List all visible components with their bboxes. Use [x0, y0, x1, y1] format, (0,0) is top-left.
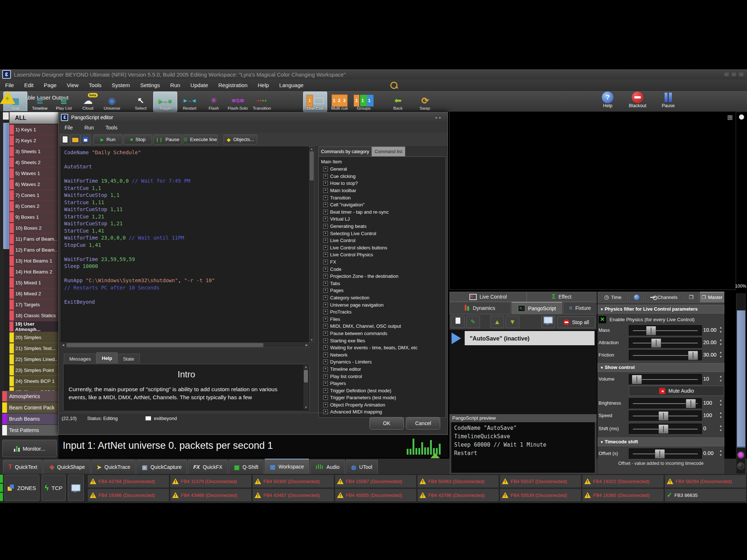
- fb4-device-cell[interactable]: ✓ FB4 19365 (Disconnected): [582, 489, 664, 502]
- quick-tab[interactable]: Q-Shift: [229, 460, 264, 474]
- tree-item[interactable]: + MIDI, DMX, Channel, OSC output: [321, 323, 446, 330]
- tree-item[interactable]: + Category selection: [321, 294, 446, 302]
- menu-item[interactable]: Page: [39, 82, 62, 88]
- tree-item[interactable]: + Starting exe files: [321, 337, 446, 344]
- tree-item[interactable]: + Virtual LJ: [321, 215, 446, 223]
- fb4-device-cell[interactable]: ✓ FB4 55539 (Disconnected): [500, 489, 581, 502]
- code-line[interactable]: WaitforCueStop 1,21: [64, 220, 309, 228]
- expand-icon[interactable]: +: [323, 195, 328, 200]
- tree-item[interactable]: + Timeline editor: [321, 366, 446, 373]
- tab-command-list[interactable]: Command list: [372, 147, 405, 156]
- page-item[interactable]: 3) Sheets 1: [9, 146, 58, 157]
- page-item[interactable]: 1) Keys 1: [9, 124, 58, 135]
- expand-icon[interactable]: +: [323, 359, 328, 364]
- expand-icon[interactable]: +: [323, 345, 328, 350]
- fb4-device-cell[interactable]: ✓ FB4 56294 (Disconnected): [665, 475, 746, 488]
- expand-icon[interactable]: +: [323, 353, 328, 357]
- menu-item[interactable]: Tools: [84, 82, 107, 88]
- expand-icon[interactable]: +: [323, 338, 328, 343]
- friction-slider-thumb[interactable]: [688, 351, 698, 360]
- stop-button[interactable]: ■Stop: [124, 135, 152, 144]
- tree-item[interactable]: + Live Control: [321, 237, 446, 244]
- tree-item[interactable]: + Cue clicking: [321, 173, 446, 180]
- attraction-slider-thumb[interactable]: [651, 338, 661, 348]
- tree-item[interactable]: + Trigger Parameters (test mode): [321, 394, 446, 401]
- code-line[interactable]: StartCue 1,21: [64, 213, 309, 221]
- tab-effect[interactable]: Σ Effect: [527, 292, 597, 302]
- expand-icon[interactable]: +: [323, 252, 328, 257]
- mass-slider[interactable]: [629, 325, 702, 336]
- page-item[interactable]: 6) Waves 2: [9, 179, 58, 190]
- page-item[interactable]: 15) Mixed 1: [9, 277, 58, 288]
- page-item[interactable]: 22) Simples Lined..: [9, 354, 58, 365]
- fb4-device-cell[interactable]: ✓ FB4 50300 (Disconnected): [252, 475, 334, 488]
- quick-tab[interactable]: QuickCapture: [136, 460, 187, 474]
- expand-icon[interactable]: +: [323, 174, 328, 179]
- expand-icon[interactable]: +: [323, 367, 328, 372]
- run-button[interactable]: ▶Run: [93, 135, 123, 144]
- offset-slider-thumb[interactable]: [655, 449, 665, 459]
- tree-item[interactable]: + Players: [321, 380, 446, 387]
- menu-item[interactable]: Registration: [213, 82, 252, 88]
- editor-bottom-tab[interactable]: State: [117, 354, 139, 363]
- page-item[interactable]: 16) Mixed 2: [9, 288, 58, 299]
- page-item[interactable]: 17) Targets: [9, 299, 58, 310]
- search-icon[interactable]: [390, 82, 398, 89]
- stop-all-button[interactable]: Stop all: [557, 316, 595, 328]
- fb4-device-cell[interactable]: ✓ FB4 43457 (Disconnected): [252, 489, 334, 502]
- command-tree[interactable]: Main Item + General + Cue clicking: [318, 156, 446, 418]
- dark-indicator[interactable]: [737, 462, 744, 470]
- tree-item[interactable]: + Projection Zone - the destination: [321, 273, 446, 280]
- code-line[interactable]: [64, 171, 309, 178]
- tree-item[interactable]: + Files: [321, 315, 446, 323]
- page-item[interactable]: 8) Cones 2: [9, 201, 58, 212]
- fb4-device-cell[interactable]: ✓ FB4 15567 (Disconnected): [335, 475, 417, 488]
- expand-icon[interactable]: +: [323, 167, 328, 171]
- page-item[interactable]: 21) Simples Text...: [9, 343, 58, 354]
- quick-tab[interactable]: Audio: [310, 460, 345, 474]
- toolbar-button[interactable]: Timeline: [28, 92, 51, 111]
- save-script-button[interactable]: [81, 135, 90, 145]
- expand-icon[interactable]: +: [323, 388, 328, 393]
- offset-slider[interactable]: [629, 448, 702, 459]
- tab-pangoscript[interactable]: >_ PangoScript: [511, 302, 562, 314]
- fb4-device-cell[interactable]: ✓ FB4 45555 (Disconnected): [335, 489, 417, 502]
- mass-slider-thumb[interactable]: [646, 326, 656, 335]
- cancel-button[interactable]: Cancel: [406, 417, 440, 429]
- help-button[interactable]: ? Help: [595, 92, 621, 108]
- fb4-device-cell[interactable]: ✓ FB4 55537 (Disconnected): [500, 475, 581, 488]
- expand-icon[interactable]: +: [323, 395, 328, 400]
- right-edge-scroll-thumb[interactable]: [737, 310, 746, 448]
- blackout-button[interactable]: Blackout: [624, 92, 651, 108]
- page-item[interactable]: 14) Hot Beams 2: [9, 267, 58, 277]
- tree-item[interactable]: + ProTracks: [321, 308, 446, 316]
- code-line[interactable]: [64, 270, 309, 277]
- expand-icon[interactable]: +: [323, 224, 328, 229]
- script-list-item[interactable]: "AutoSave" (inactive): [465, 331, 595, 346]
- code-line[interactable]: CodeName "Daily Schedule": [64, 149, 309, 156]
- monitor-toggle-button[interactable]: [68, 475, 84, 501]
- menu-item[interactable]: Edit: [19, 82, 39, 88]
- tree-item[interactable]: + Live Control sliders buttons: [321, 244, 446, 252]
- sidebar-scroll-thumb[interactable]: [3, 123, 9, 249]
- expand-icon[interactable]: +: [323, 303, 328, 307]
- fb4-device-cell[interactable]: ✓ FB4 43784 (Disconnected): [88, 475, 169, 488]
- toolbar-button[interactable]: Select: [129, 92, 152, 111]
- code-editor[interactable]: CodeName "Daily Schedule" AutoStart Wait…: [61, 147, 309, 342]
- preview-corner-button[interactable]: [739, 114, 744, 120]
- editor-bottom-tab[interactable]: Help: [96, 352, 117, 363]
- code-line[interactable]: RunApp "C:\Windows\System32\shutdown", "…: [64, 277, 309, 284]
- tree-item[interactable]: + Main toolbar: [321, 187, 446, 194]
- laser-preview-area[interactable]: ▦: [449, 111, 736, 290]
- move-up-button[interactable]: ▲: [490, 316, 504, 328]
- magenta-indicator[interactable]: [737, 451, 744, 459]
- tree-item[interactable]: + Live Control Physics: [321, 251, 446, 258]
- page-item[interactable]: 10) Boxes 2: [9, 223, 58, 234]
- enable-physics-row[interactable]: ✕ Enable Physics (for every Live Control…: [598, 315, 694, 324]
- mass-spinner[interactable]: ▲▼: [719, 326, 722, 334]
- expand-icon[interactable]: +: [323, 331, 328, 336]
- speed-slider-thumb[interactable]: [658, 411, 669, 421]
- quick-tab[interactable]: UTool: [346, 460, 378, 474]
- toolbar-button[interactable]: Restart: [178, 92, 201, 111]
- page-item[interactable]: 12) Fans of Beam..: [9, 245, 58, 256]
